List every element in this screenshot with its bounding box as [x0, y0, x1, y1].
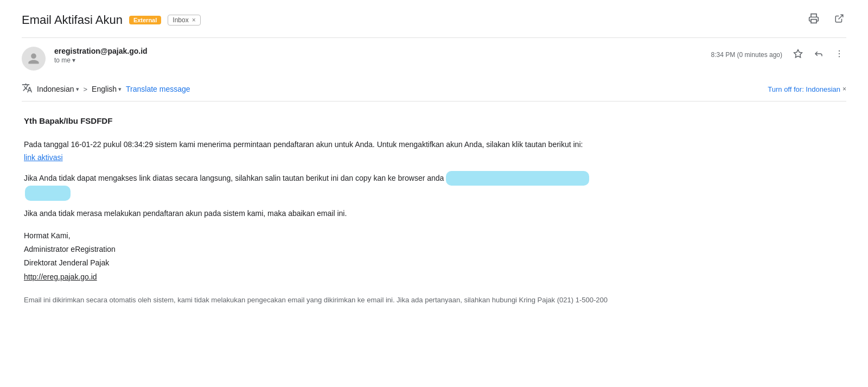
email-signature: Hormat Kami, Administrator eRegistration… [24, 229, 846, 284]
sender-row: eregistration@pajak.go.id to me ▾ 8:34 P… [22, 38, 846, 77]
sig-line-2: Administrator eRegistration [24, 243, 846, 256]
email-body: Yth Bapak/Ibu FSDFDF Pada tanggal 16-01-… [22, 115, 846, 306]
sender-email: eregistration@pajak.go.id [54, 47, 148, 55]
translate-arrow: > [84, 85, 88, 93]
sig-line-3: Direktorat Jenderal Pajak [24, 256, 846, 270]
star-button[interactable] [791, 47, 805, 63]
auto-footer: Email ini dikirimkan secara otomatis ole… [24, 295, 846, 306]
translate-target-lang[interactable]: English ▾ [92, 85, 122, 93]
avatar [22, 47, 46, 71]
sig-link[interactable]: http://ereg.pajak.go.id [24, 272, 97, 281]
target-lang-chevron: ▾ [118, 86, 122, 93]
header-icons [806, 11, 846, 29]
sender-info: eregistration@pajak.go.id to me ▾ [54, 47, 148, 64]
body-paragraph-2: Jika Anda tidak dapat mengakses link dia… [24, 171, 846, 201]
svg-line-1 [839, 15, 843, 19]
turn-off-label: Turn off for: Indonesian [768, 85, 840, 93]
badge-inbox-close[interactable]: × [192, 16, 196, 24]
translate-bar: Indonesian ▾ > English ▾ Translate messa… [22, 77, 846, 101]
translate-left: Indonesian ▾ > English ▾ Translate messa… [22, 83, 190, 96]
email-header: Email Aktifasi Akun External Inbox × [22, 11, 846, 38]
action-icons [791, 47, 846, 63]
sig-line-1: Hormat Kami, [24, 229, 846, 243]
redacted-url-short [25, 186, 71, 201]
translate-right[interactable]: Turn off for: Indonesian × [768, 85, 846, 93]
body-paragraph-3: Jika anda tidak merasa melakukan pendaft… [24, 207, 846, 220]
svg-point-5 [839, 56, 840, 57]
source-lang-label: Indonesian [37, 85, 74, 93]
sender-right: 8:34 PM (0 minutes ago) [711, 47, 846, 63]
badge-inbox-label: Inbox [173, 16, 188, 24]
email-timestamp: 8:34 PM (0 minutes ago) [711, 51, 782, 59]
translate-message-link[interactable]: Translate message [126, 85, 190, 93]
email-title-area: Email Aktifasi Akun External Inbox × [22, 13, 201, 27]
body-paragraph-1: Pada tanggal 16-01-22 pukul 08:34:29 sis… [24, 138, 846, 164]
svg-point-3 [839, 50, 840, 52]
reply-button[interactable] [812, 47, 826, 63]
source-lang-chevron: ▾ [76, 86, 79, 93]
sender-left: eregistration@pajak.go.id to me ▾ [22, 47, 148, 71]
email-container: Email Aktifasi Akun External Inbox × [0, 0, 868, 328]
svg-point-4 [839, 53, 840, 54]
more-options-button[interactable] [832, 47, 846, 63]
print-button[interactable] [806, 11, 821, 29]
link-aktivasi[interactable]: link aktivasi [24, 153, 63, 162]
svg-rect-0 [811, 20, 816, 23]
target-lang-label: English [92, 85, 117, 93]
svg-marker-2 [794, 50, 802, 58]
redacted-url-long [446, 171, 589, 186]
translate-icon [22, 83, 33, 96]
email-greeting: Yth Bapak/Ibu FSDFDF [24, 115, 846, 128]
email-subject: Email Aktifasi Akun [22, 13, 123, 27]
popout-button[interactable] [832, 11, 846, 28]
sender-to[interactable]: to me ▾ [54, 56, 148, 64]
turn-off-close[interactable]: × [843, 85, 846, 93]
translate-source-lang[interactable]: Indonesian ▾ [37, 85, 79, 93]
badge-inbox: Inbox × [168, 15, 200, 26]
badge-external: External [129, 16, 161, 24]
